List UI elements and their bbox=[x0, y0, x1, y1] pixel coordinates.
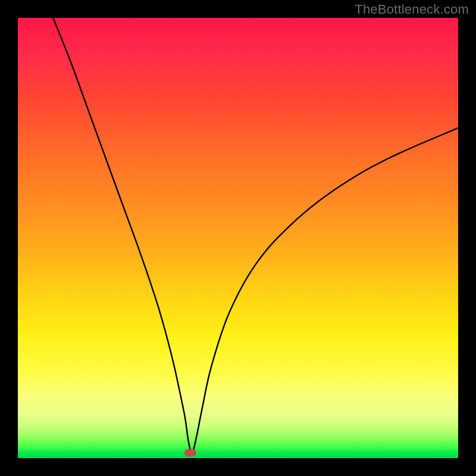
bottleneck-curve bbox=[18, 18, 458, 458]
chart-frame: TheBottleneck.com bbox=[0, 0, 476, 476]
watermark-label: TheBottleneck.com bbox=[355, 2, 469, 17]
plot-area bbox=[18, 18, 458, 458]
curve-path bbox=[53, 18, 458, 453]
optimal-point-marker bbox=[184, 449, 196, 457]
